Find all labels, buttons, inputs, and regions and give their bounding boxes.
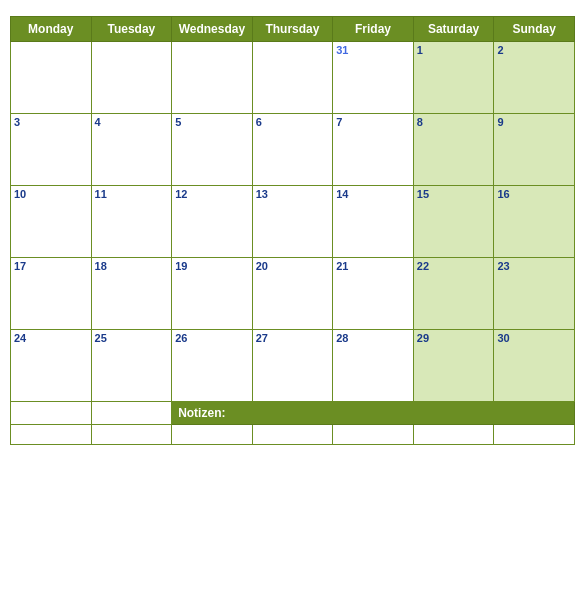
day-number: 15 (417, 188, 491, 200)
day-cell (11, 42, 92, 114)
day-number: 13 (256, 188, 330, 200)
day-cell: 21 (333, 258, 414, 330)
day-cell: 30 (494, 330, 575, 402)
day-number: 25 (95, 332, 169, 344)
day-cell: 5 (172, 114, 253, 186)
day-number: 21 (336, 260, 410, 272)
notes-row: Notizen: (11, 402, 575, 425)
day-number: 29 (417, 332, 491, 344)
day-number: 16 (497, 188, 571, 200)
day-cell: 10 (11, 186, 92, 258)
day-cell: 1 (413, 42, 494, 114)
day-cell: 9 (494, 114, 575, 186)
day-number: 23 (497, 260, 571, 272)
notes-label: Notizen: (172, 402, 575, 425)
week-row-2: 10111213141516 (11, 186, 575, 258)
day-cell: 19 (172, 258, 253, 330)
week-row-4: 24252627282930 (11, 330, 575, 402)
day-number: 1 (417, 44, 491, 56)
day-number: 6 (256, 116, 330, 128)
calendar-wrapper: MondayTuesdayWednesdayThursdayFridaySatu… (10, 10, 575, 445)
day-number: 28 (336, 332, 410, 344)
day-cell: 20 (252, 258, 333, 330)
day-number: 19 (175, 260, 249, 272)
day-cell: 2 (494, 42, 575, 114)
notes-extra-cell (413, 425, 494, 445)
header-row: MondayTuesdayWednesdayThursdayFridaySatu… (11, 17, 575, 42)
day-cell (172, 42, 253, 114)
header-cell-thursday: Thursday (252, 17, 333, 42)
notes-extra-cell (494, 425, 575, 445)
notes-extra-cell (333, 425, 414, 445)
week-row-3: 17181920212223 (11, 258, 575, 330)
notes-extra-cell (11, 425, 92, 445)
day-number: 8 (417, 116, 491, 128)
notes-empty-cell (91, 402, 172, 425)
header-cell-sunday: Sunday (494, 17, 575, 42)
notes-extra-cell (91, 425, 172, 445)
day-cell: 25 (91, 330, 172, 402)
day-cell: 22 (413, 258, 494, 330)
notes-empty-cell (11, 402, 92, 425)
day-cell: 14 (333, 186, 414, 258)
day-number: 27 (256, 332, 330, 344)
day-number: 5 (175, 116, 249, 128)
day-number: 9 (497, 116, 571, 128)
day-cell: 4 (91, 114, 172, 186)
day-number: 30 (497, 332, 571, 344)
day-number: 11 (95, 188, 169, 200)
header-cell-saturday: Saturday (413, 17, 494, 42)
header-cell-wednesday: Wednesday (172, 17, 253, 42)
week-row-0: 3112 (11, 42, 575, 114)
day-number: 12 (175, 188, 249, 200)
day-cell: 27 (252, 330, 333, 402)
day-number: 3 (14, 116, 88, 128)
day-number: 17 (14, 260, 88, 272)
day-number: 22 (417, 260, 491, 272)
day-number: 24 (14, 332, 88, 344)
day-number: 10 (14, 188, 88, 200)
day-cell: 17 (11, 258, 92, 330)
day-cell: 23 (494, 258, 575, 330)
day-number: 26 (175, 332, 249, 344)
notes-extra-cell (252, 425, 333, 445)
day-cell: 29 (413, 330, 494, 402)
day-cell: 8 (413, 114, 494, 186)
day-cell: 28 (333, 330, 414, 402)
week-row-1: 3456789 (11, 114, 575, 186)
header-cell-monday: Monday (11, 17, 92, 42)
calendar-table: MondayTuesdayWednesdayThursdayFridaySatu… (10, 16, 575, 445)
day-cell: 31 (333, 42, 414, 114)
day-cell (91, 42, 172, 114)
header-cell-friday: Friday (333, 17, 414, 42)
day-number: 14 (336, 188, 410, 200)
day-number: 20 (256, 260, 330, 272)
day-cell: 12 (172, 186, 253, 258)
day-number: 31 (336, 44, 410, 56)
day-cell: 15 (413, 186, 494, 258)
day-cell: 16 (494, 186, 575, 258)
day-cell (252, 42, 333, 114)
day-number: 2 (497, 44, 571, 56)
day-cell: 18 (91, 258, 172, 330)
day-cell: 7 (333, 114, 414, 186)
notes-extra-cell (172, 425, 253, 445)
day-cell: 24 (11, 330, 92, 402)
day-cell: 3 (11, 114, 92, 186)
day-number: 7 (336, 116, 410, 128)
day-number: 4 (95, 116, 169, 128)
notes-extra-row (11, 425, 575, 445)
day-cell: 26 (172, 330, 253, 402)
day-number: 18 (95, 260, 169, 272)
day-cell: 11 (91, 186, 172, 258)
header-cell-tuesday: Tuesday (91, 17, 172, 42)
day-cell: 13 (252, 186, 333, 258)
day-cell: 6 (252, 114, 333, 186)
